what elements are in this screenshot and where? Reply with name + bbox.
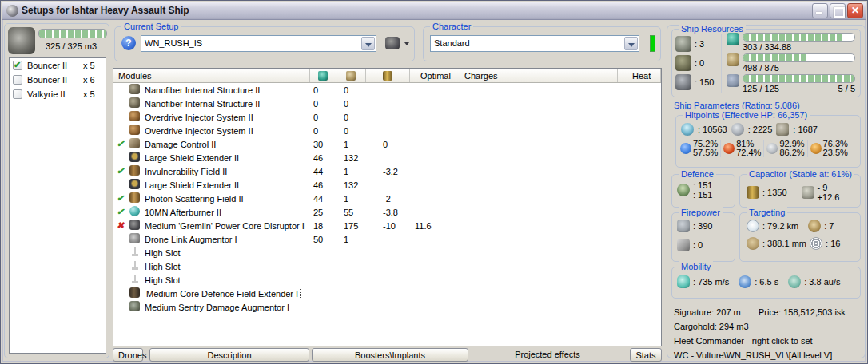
launcher-hardpoints-icon [675, 55, 691, 71]
tab-projected-effects[interactable]: Projected effects [471, 348, 624, 362]
fitting-tools-button[interactable] [385, 35, 411, 52]
drone-checkbox[interactable] [13, 75, 22, 85]
module-cap: 0 [365, 140, 409, 149]
drone-name: Bouncer II [27, 61, 83, 70]
module-row[interactable]: Overdrive Injector System II 0 0 [113, 110, 661, 124]
eft-setups-window: Setups for Ishtar Heavy Assault Ship 325… [0, 0, 868, 364]
armor-hp-value: : 2225 [748, 125, 773, 134]
module-row[interactable]: Photon Scattering Field II 44 1 -2 [113, 192, 661, 205]
module-pg: 132 [336, 180, 365, 190]
icon-cell [129, 206, 145, 218]
window-title: Setups for Ishtar Heavy Assault Ship [22, 5, 810, 16]
drone-list-item[interactable]: Valkyrie II x 5 [10, 87, 106, 101]
module-pg: 0 [336, 85, 365, 95]
character-dropdown-arrow-icon[interactable] [624, 37, 638, 50]
module-cpu: 44 [309, 167, 336, 176]
module-name: Damage Control II [145, 140, 309, 149]
module-row[interactable]: Drone Link Augmentor I 50 1 [113, 232, 661, 246]
module-cpu: 0 [309, 85, 336, 95]
selected-module-name: Medium Core Defence Field Extender I [145, 289, 300, 299]
wing-commander-text[interactable]: WC - Vulture\WN_RUSH_VL\[All level V] [674, 348, 860, 362]
overdrive-module-icon [129, 111, 140, 121]
capacitor-icon [747, 186, 759, 199]
module-row[interactable]: Damage Control II 30 1 0 [113, 137, 661, 151]
targeting-range-icon [747, 220, 759, 232]
module-row[interactable]: Nanofiber Internal Structure II 0 0 [113, 83, 661, 97]
module-name: Medium Sentry Damage Augmentor I [145, 303, 309, 312]
character-group: Character Standard [423, 26, 661, 61]
module-row[interactable]: 10MN Afterburner II 25 55 -3.8 [113, 205, 661, 219]
fleet-commander-text[interactable]: Fleet Commander - right click to set [674, 334, 860, 348]
module-row[interactable]: High Slot [113, 259, 661, 273]
tab-description[interactable]: Description [149, 348, 309, 362]
header-optimal[interactable]: Optimal [409, 69, 456, 82]
module-pg: 1 [336, 167, 365, 176]
header-modules[interactable]: Modules [113, 69, 309, 82]
header-heat[interactable]: Heat [617, 69, 661, 82]
drone-quantity: x 5 [83, 61, 102, 70]
module-row[interactable]: Overdrive Injector System II 0 0 [113, 124, 661, 137]
header-cpu[interactable] [309, 69, 336, 82]
module-row[interactable]: High Slot [113, 273, 661, 287]
fits-check-icon [117, 193, 124, 203]
max-targets-value: : 7 [824, 221, 834, 231]
icon-cell [129, 152, 145, 164]
defence-label: Defence [679, 168, 716, 180]
tab-boosters-implants[interactable]: Boosters\Implants [312, 348, 468, 362]
module-row[interactable]: Large Shield Extender II 46 132 [113, 178, 661, 192]
turret-hardpoints-icon [675, 36, 691, 52]
minimize-button[interactable] [812, 3, 828, 18]
powergrid-usage-text: 498 / 875 [743, 62, 779, 74]
header-capacitor[interactable] [365, 69, 409, 82]
module-row[interactable]: Medium 'Gremlin' Power Core Disruptor I … [113, 219, 661, 232]
module-row-selected[interactable]: Medium Core Defence Field Extender I [113, 287, 661, 300]
module-pg: 175 [336, 221, 365, 231]
warp-speed-icon [788, 275, 801, 288]
module-row[interactable]: Medium Sentry Damage Augmentor I [113, 300, 661, 314]
setup-select[interactable]: WN_RUSH_IS [141, 35, 376, 52]
drone-list-item[interactable]: Bouncer II x 6 [10, 73, 106, 87]
drone-checkbox-checked[interactable] [13, 61, 22, 70]
module-name: 10MN Afterburner II [145, 208, 309, 217]
help-icon[interactable] [121, 36, 136, 50]
tab-drones[interactable]: Drones [113, 348, 143, 362]
drone-list[interactable]: Bouncer II x 5 Bouncer II x 6 Valkyrie I… [9, 57, 106, 354]
character-select[interactable]: Standard [430, 35, 639, 52]
module-cpu: 0 [309, 126, 336, 136]
header-powergrid[interactable] [336, 69, 365, 82]
firepower-label: Firepower [679, 207, 723, 218]
kinetic-armor-resist: 86.2% [779, 148, 804, 157]
module-row[interactable]: High Slot [113, 246, 661, 259]
drone-list-item[interactable]: Bouncer II x 5 [10, 58, 106, 73]
turret-hardpoints-value: : 3 [695, 39, 704, 49]
fits-check-icon [117, 207, 124, 216]
shield-hp-value: : 10563 [698, 125, 727, 134]
maximize-button[interactable] [830, 3, 846, 18]
modules-table: Modules Optimal Charges Heat Nanofiber I… [113, 68, 662, 346]
defence-group: Defence : 151: 151 [671, 174, 735, 208]
module-row[interactable]: Nanofiber Internal Structure II 0 0 [113, 97, 661, 110]
module-row[interactable]: Large Shield Extender II 46 132 [113, 151, 661, 164]
drone-quantity: x 6 [83, 75, 102, 85]
modules-table-header[interactable]: Modules Optimal Charges Heat [113, 69, 661, 83]
drone-bay-panel: 325 / 325 m3 Bouncer II x 5 Bouncer II x… [4, 23, 109, 358]
overdrive-module-icon [129, 125, 140, 135]
module-pg: 1 [336, 140, 365, 149]
drone-checkbox[interactable] [13, 89, 22, 99]
turret-firepower-value: : 390 [693, 221, 712, 231]
tab-stats[interactable]: Stats [630, 348, 662, 362]
module-row[interactable]: Invulnerability Field II 44 1 -3.2 [113, 164, 661, 178]
title-bar[interactable]: Setups for Ishtar Heavy Assault Ship [2, 2, 866, 20]
invulnerability-field-module-icon [129, 165, 140, 176]
calibration-icon [675, 74, 691, 90]
setup-dropdown-arrow-icon[interactable] [361, 37, 375, 50]
drone-bandwidth-text: 125 / 125 [743, 83, 779, 95]
explosive-resist-icon [810, 143, 822, 154]
module-pg: 0 [336, 113, 365, 122]
module-pg: 55 [336, 208, 365, 217]
header-charges[interactable]: Charges [456, 69, 617, 82]
close-button[interactable] [847, 3, 863, 18]
power-core-disruptor-module-icon [129, 220, 140, 230]
module-pg: 1 [336, 194, 365, 204]
module-pg: 0 [336, 126, 365, 136]
